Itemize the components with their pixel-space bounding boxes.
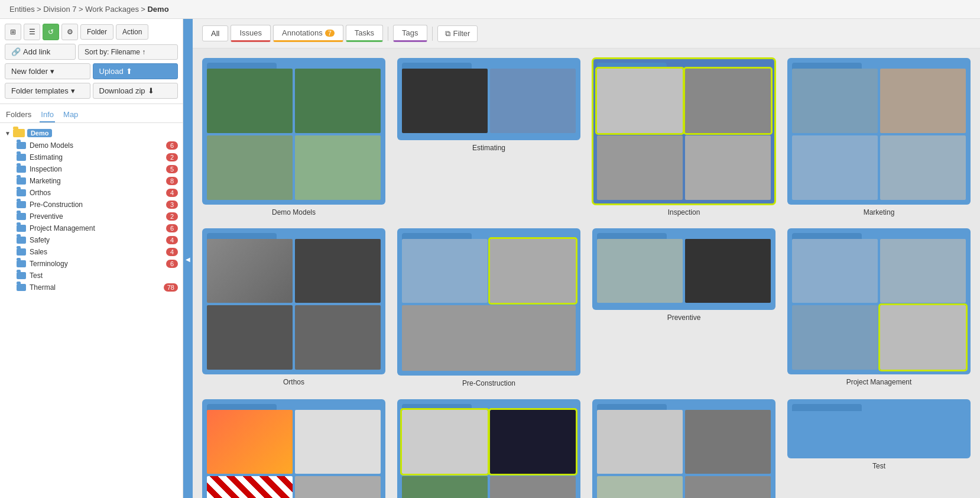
folder-templates-btn[interactable]: Folder templates ▾ xyxy=(5,83,90,99)
folder-card-terminology[interactable]: Terminology xyxy=(592,399,775,499)
add-link-btn[interactable]: 🔗 Add link xyxy=(5,44,76,60)
sidebar-item-safety[interactable]: Safety 4 xyxy=(0,234,183,246)
breadcrumb-workpackages[interactable]: Work Packages xyxy=(85,5,139,14)
thumb-img xyxy=(597,476,683,498)
folder-thumb-terminology xyxy=(592,399,775,499)
filter-btn[interactable]: ⧉ Filter xyxy=(437,25,478,42)
sidebar-item-project-management[interactable]: Project Management 6 xyxy=(0,222,183,234)
folder-thumb-marketing xyxy=(787,58,971,205)
sidebar-item-preventive[interactable]: Preventive 2 xyxy=(0,211,183,222)
filter-tags-btn[interactable]: Tags xyxy=(393,25,427,42)
thumb-img xyxy=(490,69,576,133)
folder-name: Preventive xyxy=(667,313,701,322)
root-label: Demo xyxy=(27,129,53,137)
sidebar-item-pre-construction[interactable]: Pre-Construction 3 xyxy=(0,199,183,211)
folder-card-safety[interactable]: Safety xyxy=(202,399,385,499)
sidebar-item-terminology[interactable]: Terminology 6 xyxy=(0,258,183,270)
folder-icon xyxy=(17,189,26,196)
folder-thumb-demo-models xyxy=(202,58,385,205)
filter-tasks-btn[interactable]: Tasks xyxy=(346,25,383,42)
thumb-img xyxy=(685,135,771,200)
filter-all-btn[interactable]: All xyxy=(202,25,228,41)
tab-info[interactable]: Info xyxy=(40,108,55,122)
sort-btn[interactable]: Sort by: Filename ↑ xyxy=(78,44,178,60)
filter-divider xyxy=(388,27,388,41)
panel-toggle[interactable]: ◀ xyxy=(183,19,193,498)
sidebar-item-sales[interactable]: Sales 4 xyxy=(0,246,183,258)
thumb-img xyxy=(880,239,966,303)
folder-thumb-test xyxy=(787,399,971,458)
folder-card-sales[interactable]: Sales xyxy=(397,399,580,499)
grid-content: Demo Models Estimating xyxy=(193,48,980,498)
thumb-img xyxy=(792,135,878,200)
action-icon-btn[interactable]: ⚙ xyxy=(61,24,78,40)
refresh-btn[interactable]: ↺ xyxy=(43,24,59,40)
chevron-icon: ▾ xyxy=(50,67,54,76)
sidebar-item-thermal[interactable]: Thermal 78 xyxy=(0,282,183,293)
breadcrumb-division7[interactable]: Division 7 xyxy=(43,5,76,14)
thumb-img xyxy=(490,476,576,498)
breadcrumb-entities[interactable]: Entities xyxy=(9,5,35,14)
thumb-img xyxy=(685,410,771,474)
sidebar-item-inspection[interactable]: Inspection 5 xyxy=(0,163,183,175)
breadcrumb: Entities > Division 7 > Work Packages > … xyxy=(0,0,980,19)
folder-card-pre-construction[interactable]: Pre-Construction xyxy=(397,228,580,387)
folder-name: Project Management xyxy=(846,378,912,386)
list-view-btn[interactable]: ☰ xyxy=(24,24,40,40)
sidebar-item-test[interactable]: Test xyxy=(0,270,183,282)
sidebar-item-demo-models[interactable]: Demo Models 6 xyxy=(0,140,183,151)
folder-name: Inspection xyxy=(668,208,700,216)
upload-icon: ⬆ xyxy=(126,67,132,76)
thumb-img xyxy=(207,410,293,474)
folder-name: Demo Models xyxy=(272,208,316,216)
folder-name: Marketing xyxy=(864,208,895,216)
folder-card-marketing[interactable]: Marketing xyxy=(787,58,971,216)
grid-view-btn[interactable]: ⊞ xyxy=(5,24,21,40)
download-icon: ⬇ xyxy=(148,86,154,95)
sidebar-item-marketing[interactable]: Marketing 8 xyxy=(0,175,183,187)
tree-root[interactable]: ▼ Demo xyxy=(0,127,183,140)
folder-icon xyxy=(17,272,26,279)
tab-map[interactable]: Map xyxy=(62,108,79,122)
main-content: All Issues Annotations 7 Tasks Tags ⧉ Fi… xyxy=(193,19,980,498)
annotations-badge: 7 xyxy=(325,30,335,37)
filter-icon: ⧉ xyxy=(445,29,450,38)
thumb-img xyxy=(880,69,966,133)
thumb-img xyxy=(402,305,576,370)
tab-folders[interactable]: Folders xyxy=(5,108,33,122)
thumb-img xyxy=(597,135,683,200)
folder-grid: Demo Models Estimating xyxy=(202,58,971,498)
root-folder-icon xyxy=(13,129,25,137)
folder-card-demo-models[interactable]: Demo Models xyxy=(202,58,385,216)
upload-btn[interactable]: Upload ⬆ xyxy=(93,63,179,79)
thumb-img xyxy=(207,69,293,133)
folder-card-orthos[interactable]: Orthos xyxy=(202,228,385,387)
folder-name: Orthos xyxy=(283,378,304,386)
folder-name: Test xyxy=(872,462,885,470)
filter-issues-btn[interactable]: Issues xyxy=(231,25,271,42)
folder-name: Pre-Construction xyxy=(462,379,515,387)
download-zip-btn[interactable]: Download zip ⬇ xyxy=(93,83,179,99)
sidebar-item-estimating[interactable]: Estimating 2 xyxy=(0,151,183,163)
thumb-img xyxy=(207,135,293,200)
thumb-img xyxy=(295,410,381,474)
action-btn[interactable]: Action xyxy=(116,24,148,40)
thumb-img xyxy=(402,410,488,474)
filter-bar: All Issues Annotations 7 Tasks Tags ⧉ Fi… xyxy=(193,19,980,48)
folder-icon xyxy=(17,213,26,220)
folder-card-test[interactable]: Test xyxy=(787,399,971,499)
folder-btn[interactable]: Folder xyxy=(80,24,113,40)
thumb-img xyxy=(207,239,293,303)
folder-card-project-management[interactable]: Project Management xyxy=(787,228,971,387)
folder-card-preventive[interactable]: Preventive xyxy=(592,228,775,387)
thumb-img xyxy=(880,135,966,200)
folder-card-inspection[interactable]: Inspection xyxy=(592,58,775,216)
filter-divider2 xyxy=(432,27,433,41)
thumb-img xyxy=(295,305,381,370)
thumb-img xyxy=(597,69,683,133)
sidebar-item-orthos[interactable]: Orthos 4 xyxy=(0,187,183,199)
filter-annotations-btn[interactable]: Annotations 7 xyxy=(273,25,343,42)
new-folder-btn[interactable]: New folder ▾ xyxy=(5,63,90,79)
folder-card-estimating[interactable]: Estimating xyxy=(397,58,580,216)
caret-icon: ▼ xyxy=(5,130,11,137)
